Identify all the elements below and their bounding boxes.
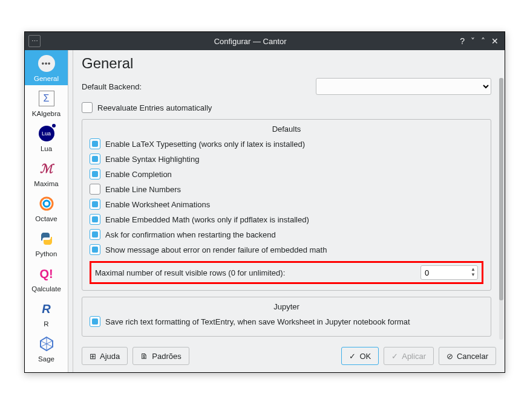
checkbox-icon (90, 229, 100, 240)
sidebar-scrollbar[interactable] (68, 50, 73, 372)
spin-up-icon[interactable]: ▲ (471, 267, 476, 272)
group-title: Defaults (90, 124, 483, 134)
settings-dialog: ⋯ Configurar — Cantor ? ˅ ˄ ✕ ••• Genera… (24, 31, 505, 373)
sidebar-item-label: Sage (38, 355, 54, 363)
sidebar-item-r[interactable]: R R (25, 296, 68, 331)
spin-down-icon[interactable]: ▼ (471, 272, 476, 277)
checkbox-label: Save rich text formatting of TextEntry, … (105, 317, 410, 326)
sidebar-item-lua[interactable]: Lua Lua (25, 120, 68, 155)
checkbox-icon (90, 169, 100, 179)
opt-confirm-restart[interactable]: Ask for confirmation when restarting the… (90, 228, 483, 241)
checkbox-label: Enable LaTeX Typesetting (works only if … (105, 140, 305, 149)
sage-icon (37, 334, 56, 354)
maximize-icon[interactable]: ˄ (481, 36, 485, 46)
max-rows-input[interactable] (421, 268, 463, 277)
sidebar-item-kalgebra[interactable]: Σ KAlgebra (25, 85, 68, 120)
maxima-icon: ℳ (40, 161, 53, 176)
checkbox-label: Show message about error on render failu… (105, 245, 327, 254)
max-rows-label: Maximal number of result visible rows (0… (95, 268, 420, 277)
checkbox-label: Enable Completion (105, 170, 172, 179)
ellipsis-icon: ••• (38, 55, 55, 72)
app-icon: ⋯ (28, 35, 41, 47)
default-backend-label: Default Backend: (82, 82, 154, 91)
sidebar-item-label: Python (36, 250, 57, 257)
default-backend-select[interactable] (316, 78, 491, 95)
check-icon: ✓ (391, 352, 398, 361)
opt-save-rich[interactable]: Save rich text formatting of TextEntry, … (90, 315, 483, 328)
content-scrollbar[interactable] (499, 78, 503, 340)
python-icon (37, 229, 56, 248)
kalgebra-icon: Σ (39, 91, 54, 106)
jupyter-group: Jupyter Save rich text formatting of Tex… (82, 297, 491, 337)
ok-button[interactable]: ✓OK (341, 347, 379, 365)
sidebar-item-octave[interactable]: Octave (25, 190, 68, 225)
opt-render-error[interactable]: Show message about error on render failu… (90, 243, 483, 256)
svg-point-1 (44, 201, 50, 207)
minimize-icon[interactable]: ˅ (471, 36, 475, 46)
sidebar-item-label: KAlgebra (32, 110, 61, 117)
sidebar-item-label: Maxima (34, 180, 58, 187)
sidebar-item-label: General (34, 75, 59, 82)
r-icon: R (42, 302, 50, 316)
sidebar-item-general[interactable]: ••• General (25, 50, 68, 85)
qalculate-icon: Q! (39, 267, 53, 281)
checkbox-icon (90, 153, 100, 164)
sidebar-item-sage[interactable]: Sage (25, 331, 68, 366)
sidebar-item-label: Octave (35, 215, 57, 222)
window-title: Configurar — Cantor (41, 37, 460, 46)
defaults-group: Defaults Enable LaTeX Typesetting (works… (82, 119, 491, 291)
octave-icon (37, 194, 56, 213)
cancel-icon: ⊘ (447, 352, 453, 361)
checkbox-icon (90, 199, 100, 210)
checkbox-icon (90, 214, 100, 225)
checkbox-label: Enable Embedded Math (works only if pdfl… (105, 215, 309, 224)
sidebar-item-label: R (44, 320, 48, 328)
opt-embedded-math[interactable]: Enable Embedded Math (works only if pdfl… (90, 213, 483, 226)
svg-point-0 (41, 198, 53, 210)
sidebar-item-python[interactable]: Python (25, 225, 68, 260)
checkbox-label: Enable Syntax Highlighting (105, 155, 199, 164)
sidebar-item-label: Qalculate (31, 285, 61, 292)
checkbox-label: Enable Worksheet Animations (105, 200, 210, 209)
dialog-button-bar: ⊞Ajuda 🗎Padrões ✓OK ✓Aplicar ⊘Cancelar (82, 347, 496, 365)
apply-button[interactable]: ✓Aplicar (384, 347, 434, 365)
checkbox-icon (90, 184, 100, 195)
defaults-button[interactable]: 🗎Padrões (132, 347, 189, 365)
category-sidebar: ••• General Σ KAlgebra Lua Lua ℳ Maxima … (25, 50, 68, 372)
checkbox-icon (90, 138, 100, 149)
checkbox-icon (82, 102, 93, 113)
sidebar-item-qalculate[interactable]: Q! Qalculate (25, 260, 68, 296)
sidebar-item-maxima[interactable]: ℳ Maxima (25, 155, 68, 190)
max-rows-row: Maximal number of result visible rows (0… (90, 261, 483, 284)
help-icon[interactable]: ? (460, 36, 465, 46)
sidebar-item-label: Lua (41, 145, 52, 152)
opt-animations[interactable]: Enable Worksheet Animations (90, 198, 483, 211)
checkbox-label: Reevaluate Entries automatically (97, 103, 212, 112)
checkbox-icon (90, 244, 100, 255)
group-title: Jupyter (90, 302, 483, 311)
help-menu-icon: ⊞ (90, 352, 96, 361)
opt-line-numbers[interactable]: Enable Line Numbers (90, 183, 483, 196)
check-icon: ✓ (349, 352, 356, 361)
page-title: General (82, 55, 496, 72)
opt-completion[interactable]: Enable Completion (90, 167, 483, 181)
checkbox-label: Ask for confirmation when restarting the… (105, 230, 276, 239)
close-icon[interactable]: ✕ (491, 36, 499, 46)
reevaluate-checkbox-row[interactable]: Reevaluate Entries automatically (82, 101, 491, 114)
titlebar: ⋯ Configurar — Cantor ? ˅ ˄ ✕ (25, 32, 505, 50)
lua-icon: Lua (39, 126, 54, 141)
help-button[interactable]: ⊞Ajuda (82, 347, 128, 365)
opt-latex[interactable]: Enable LaTeX Typesetting (works only if … (90, 137, 483, 150)
max-rows-spinbox[interactable]: ▲▼ (420, 265, 478, 280)
cancel-button[interactable]: ⊘Cancelar (439, 347, 496, 365)
opt-syntax[interactable]: Enable Syntax Highlighting (90, 152, 483, 166)
document-icon: 🗎 (140, 352, 148, 361)
checkbox-icon (90, 316, 100, 327)
settings-page: General Default Backend: Reevaluate Entr… (73, 50, 505, 372)
checkbox-label: Enable Line Numbers (105, 185, 181, 194)
